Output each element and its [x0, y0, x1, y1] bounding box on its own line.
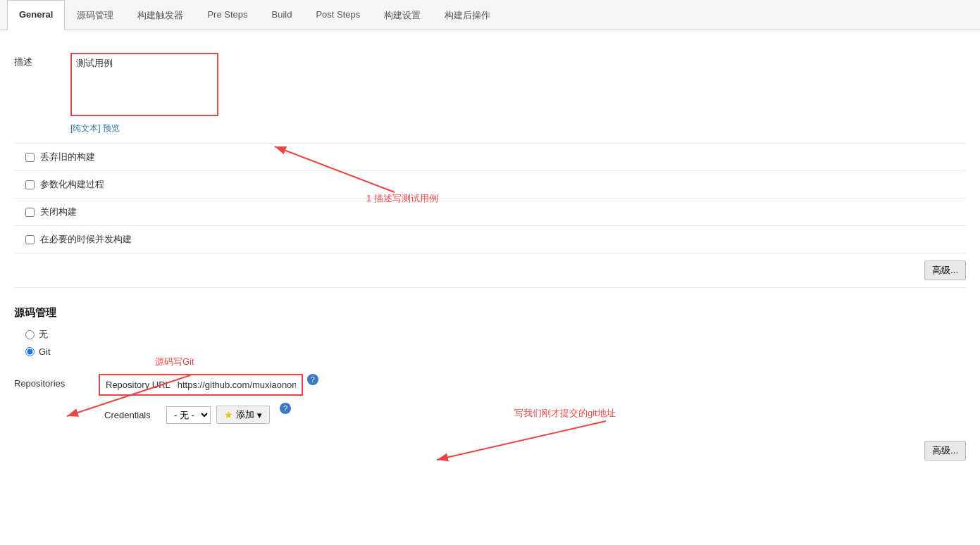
tab-presteps[interactable]: Pre Steps: [195, 0, 259, 30]
credentials-help-icon[interactable]: ?: [280, 403, 291, 414]
repo-url-label: Repository URL: [106, 380, 170, 390]
checkbox-parameterize-label: 参数化构建过程: [40, 178, 104, 191]
tab-settings[interactable]: 构建设置: [372, 0, 433, 30]
add-button-label: 添加: [236, 408, 254, 421]
checkbox-discard-label: 丢弃旧的构建: [40, 151, 95, 163]
advanced-button[interactable]: 高级...: [924, 261, 966, 280]
checkbox-concurrent-input[interactable]: [25, 235, 35, 244]
add-star-icon: ★: [224, 409, 233, 420]
checkbox-discard: 丢弃旧的构建: [14, 144, 966, 171]
advanced-btn-row: 高级...: [14, 253, 966, 288]
checkbox-disable-label: 关闭构建: [40, 206, 77, 218]
advanced-btn-row2: 高级...: [14, 434, 966, 463]
description-row: 描述 测试用例 [纯文本] 预览: [14, 44, 966, 144]
credentials-help-row: Credentials - 无 - ★ 添加 ▾ ?: [99, 403, 966, 427]
description-field-content: 测试用例 [纯文本] 预览: [70, 53, 966, 134]
radio-none-row: 无: [14, 325, 966, 344]
credentials-row: Credentials - 无 - ★ 添加 ▾: [99, 403, 275, 427]
tab-poststeps[interactable]: Post Steps: [304, 0, 372, 30]
description-textarea[interactable]: 测试用例: [70, 53, 218, 116]
radio-git-row: Git: [14, 344, 966, 360]
radio-none[interactable]: [25, 330, 35, 339]
checkbox-disable-input[interactable]: [25, 208, 35, 217]
page-content: 描述 测试用例 [纯文本] 预览 丢弃旧的构建 参数化构建过程 关闭构建 在必要…: [0, 30, 980, 545]
scm-section: 源码管理 无 Git: [14, 288, 966, 367]
preview-link[interactable]: [纯文本] 预览: [70, 123, 966, 134]
tabs-bar: General 源码管理 构建触发器 Pre Steps Build Post …: [0, 0, 980, 30]
credentials-label: Credentials: [104, 410, 161, 420]
scm-title: 源码管理: [14, 295, 966, 325]
repo-url-row: Repository URL: [99, 374, 303, 396]
repositories-section: Repositories Repository URL ? Credential…: [14, 367, 966, 434]
radio-none-label: 无: [39, 328, 48, 341]
repo-url-help-row: Repository URL ?: [99, 374, 966, 400]
repo-label: Repositories: [14, 374, 99, 389]
tab-source[interactable]: 源码管理: [65, 0, 125, 30]
tab-general[interactable]: General: [7, 0, 65, 30]
checkbox-parameterize: 参数化构建过程: [14, 171, 966, 199]
radio-git[interactable]: [25, 347, 35, 356]
checkbox-disable: 关闭构建: [14, 199, 966, 226]
radio-git-label: Git: [39, 346, 51, 357]
checkbox-concurrent-label: 在必要的时候并发构建: [40, 233, 132, 246]
credentials-select[interactable]: - 无 -: [166, 406, 211, 424]
checkbox-discard-input[interactable]: [25, 153, 35, 162]
tab-trigger[interactable]: 构建触发器: [125, 0, 195, 30]
description-label: 描述: [14, 53, 70, 68]
add-chevron-icon: ▾: [257, 410, 262, 420]
checkbox-concurrent: 在必要的时候并发构建: [14, 226, 966, 253]
repo-url-input[interactable]: [178, 380, 296, 390]
repo-url-help-icon[interactable]: ?: [307, 374, 318, 385]
tab-postbuild[interactable]: 构建后操作: [433, 0, 502, 30]
advanced-button-2[interactable]: 高级...: [924, 441, 966, 461]
repo-content: Repository URL ? Credentials - 无 - ★ 添加 …: [99, 374, 966, 427]
add-credentials-button[interactable]: ★ 添加 ▾: [216, 406, 270, 424]
tab-build[interactable]: Build: [260, 0, 304, 30]
checkbox-parameterize-input[interactable]: [25, 180, 35, 189]
